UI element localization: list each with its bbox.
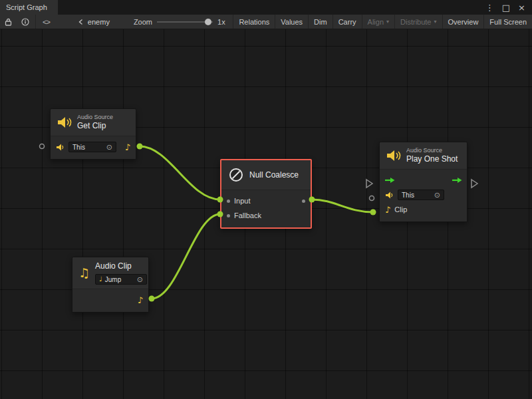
code-icon[interactable]: <> bbox=[37, 18, 55, 26]
object-picker-icon[interactable]: ⊙ bbox=[106, 144, 112, 151]
dim-button[interactable]: Dim bbox=[308, 15, 332, 29]
this-object-field[interactable]: This ⊙ bbox=[68, 142, 116, 152]
port-audioclip-output[interactable] bbox=[149, 296, 155, 302]
input-port-label: Input bbox=[234, 197, 250, 205]
node-body: This ⊙ ♪ bbox=[51, 136, 136, 159]
fullscreen-button[interactable]: Full Screen bbox=[483, 15, 532, 29]
flow-in-arrow-icon[interactable] bbox=[384, 177, 395, 184]
audio-clip-icon: ♫ bbox=[78, 267, 90, 279]
speaker-icon bbox=[56, 144, 65, 151]
carry-button[interactable]: Carry bbox=[332, 15, 362, 29]
tab-bar: Script Graph ⋮ □ × bbox=[0, 0, 532, 15]
speaker-icon bbox=[385, 192, 394, 199]
fallback-port[interactable] bbox=[227, 214, 230, 217]
zoom-control: Zoom 1x bbox=[134, 17, 225, 27]
node-audio-clip[interactable]: ♫ Audio Clip ♩ Jump ⊙ ♪ bbox=[72, 257, 149, 313]
clip-input-icon: ♪ bbox=[385, 205, 390, 214]
fallback-port-label: Fallback bbox=[234, 211, 261, 219]
toolbar-buttons: Relations Values Dim Carry Align▾ Distri… bbox=[233, 15, 532, 29]
port-playoneshot-flow-out[interactable] bbox=[471, 180, 477, 188]
note-icon: ♩ bbox=[99, 276, 102, 283]
field-value: Jump bbox=[105, 276, 121, 283]
zoom-value: 1x bbox=[217, 18, 225, 26]
result-port[interactable] bbox=[302, 200, 305, 203]
node-body: This ⊙ ♪ Clip bbox=[380, 169, 467, 221]
toolbar-separator bbox=[35, 15, 36, 29]
tab-script-graph[interactable]: Script Graph bbox=[0, 0, 58, 15]
port-getclip-this[interactable] bbox=[40, 144, 45, 149]
menu-icon[interactable]: ⋮ bbox=[485, 3, 494, 12]
info-icon[interactable] bbox=[17, 15, 34, 29]
field-value: This bbox=[402, 192, 414, 199]
wire-nullcoalesce-to-clip[interactable] bbox=[312, 200, 373, 212]
window-controls: ⋮ □ × bbox=[485, 0, 532, 15]
back-arrow-icon bbox=[78, 19, 84, 25]
node-body: ♪ bbox=[72, 289, 148, 312]
node-play-one-shot[interactable]: Audio Source Play One Shot This ⊙ ♪ Clip bbox=[379, 142, 467, 222]
maximize-icon[interactable]: □ bbox=[502, 3, 510, 12]
input-port[interactable] bbox=[227, 200, 230, 203]
port-getclip-output[interactable] bbox=[137, 144, 143, 150]
zoom-label: Zoom bbox=[134, 18, 152, 26]
overview-button[interactable]: Overview bbox=[442, 15, 484, 29]
field-value: This bbox=[72, 144, 85, 151]
clip-port-label: Clip bbox=[394, 205, 407, 213]
node-title: Null Coalesce bbox=[249, 170, 299, 180]
breadcrumb[interactable]: enemy bbox=[78, 18, 110, 26]
port-playoneshot-this[interactable] bbox=[370, 196, 374, 201]
close-icon[interactable]: × bbox=[518, 3, 525, 12]
this-object-field[interactable]: This ⊙ bbox=[398, 190, 444, 200]
lock-icon[interactable] bbox=[0, 15, 17, 29]
graph-toolbar: <> enemy Zoom 1x Relations Values Dim Ca… bbox=[0, 15, 532, 29]
dropdown-arrow-icon: ▾ bbox=[386, 19, 389, 25]
port-playoneshot-clip[interactable] bbox=[370, 209, 376, 215]
dropdown-arrow-icon: ▾ bbox=[434, 19, 437, 25]
flow-out-arrow-icon[interactable] bbox=[452, 177, 462, 184]
node-header: ♫ Audio Clip ♩ Jump ⊙ bbox=[72, 257, 148, 289]
object-picker-icon[interactable]: ⊙ bbox=[137, 276, 143, 283]
wire-audioclip-to-fallback[interactable] bbox=[152, 214, 220, 299]
zoom-slider-handle[interactable] bbox=[205, 19, 211, 25]
object-picker-icon[interactable]: ⊙ bbox=[434, 192, 440, 199]
audio-clip-output-icon: ♪ bbox=[138, 296, 143, 305]
audio-source-icon bbox=[386, 150, 401, 162]
port-playoneshot-flow-in[interactable] bbox=[366, 180, 372, 188]
zoom-slider[interactable] bbox=[157, 17, 213, 27]
align-button[interactable]: Align▾ bbox=[362, 15, 394, 29]
node-header: Audio Source Play One Shot bbox=[380, 142, 467, 169]
node-body: Input Fallback bbox=[221, 190, 311, 227]
node-header: Null Coalesce bbox=[221, 160, 311, 190]
relations-button[interactable]: Relations bbox=[233, 15, 275, 29]
audio-clip-output-icon: ♪ bbox=[125, 143, 130, 152]
values-button[interactable]: Values bbox=[275, 15, 308, 29]
null-coalesce-icon bbox=[228, 167, 244, 183]
node-header: Audio Source Get Clip bbox=[51, 109, 136, 136]
audio-source-icon bbox=[57, 116, 72, 128]
node-get-clip[interactable]: Audio Source Get Clip This ⊙ ♪ bbox=[50, 108, 136, 160]
node-null-coalesce[interactable]: Null Coalesce Input Fallback bbox=[220, 159, 312, 229]
node-title: Get Clip bbox=[77, 121, 113, 131]
node-title: Audio Clip bbox=[95, 261, 147, 271]
tab-title: Script Graph bbox=[6, 3, 47, 11]
node-category: Audio Source bbox=[77, 114, 113, 121]
audio-clip-object-field[interactable]: ♩ Jump ⊙ bbox=[95, 274, 147, 285]
node-title: Play One Shot bbox=[406, 154, 458, 164]
distribute-button[interactable]: Distribute▾ bbox=[394, 15, 442, 29]
wire-getclip-to-input[interactable] bbox=[140, 146, 220, 200]
node-category: Audio Source bbox=[406, 147, 458, 154]
graph-canvas[interactable]: Audio Source Get Clip This ⊙ ♪ Null Coal… bbox=[0, 29, 532, 399]
breadcrumb-label: enemy bbox=[88, 18, 110, 26]
